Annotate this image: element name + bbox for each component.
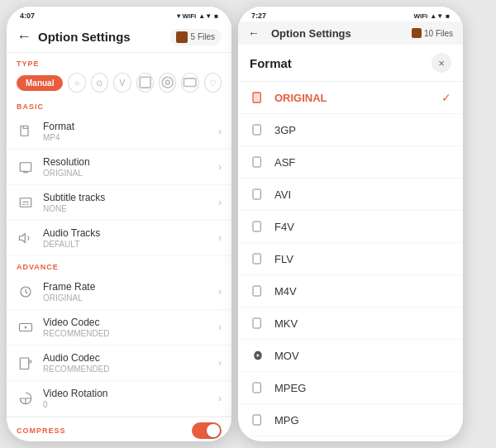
- format-icon-avi: [250, 186, 266, 203]
- audiocodec-name: Audio Codec: [43, 352, 218, 364]
- format-icon-asf: [250, 154, 266, 170]
- type-icon-6[interactable]: [181, 73, 198, 93]
- format-value: MP4: [43, 133, 218, 142]
- time-left: 4:07: [20, 12, 35, 20]
- type-btn-manual[interactable]: Manual: [17, 75, 63, 91]
- videocodec-icon: [17, 318, 35, 336]
- videocodec-value: RECOMMENDED: [43, 329, 218, 338]
- toggle-knob: [207, 424, 220, 437]
- format-icon-original: [250, 89, 266, 106]
- format-name-m4v: M4V: [274, 285, 451, 298]
- format-name-original: ORIGINAL: [274, 92, 441, 104]
- format-name-f4v: F4V: [274, 221, 451, 233]
- format-icon-flv: [250, 250, 266, 267]
- framerate-value: ORIGINAL: [43, 293, 218, 303]
- format-icon-f4v: [250, 218, 266, 235]
- svg-rect-17: [253, 286, 260, 296]
- type-icon-5[interactable]: [159, 73, 176, 93]
- format-icon: [17, 122, 35, 141]
- videocodec-chevron: ›: [218, 322, 222, 333]
- left-phone: 4:07 ▾ WiFi ▲▼ ■ ← Option Settings 5 Fil…: [7, 7, 231, 441]
- format-chevron: ›: [218, 126, 222, 137]
- format-item-mpg[interactable]: MPG: [238, 404, 463, 436]
- type-icon-4[interactable]: [136, 73, 154, 93]
- sub-header-title: Option Settings: [271, 27, 407, 40]
- format-item-mp4[interactable]: MP4: [238, 436, 463, 441]
- subtitle-icon: [17, 193, 35, 212]
- svg-rect-13: [253, 157, 260, 167]
- svg-rect-19: [253, 383, 260, 393]
- svg-rect-9: [20, 358, 29, 369]
- svg-rect-16: [253, 254, 260, 264]
- file-badge-icon-left: [176, 31, 188, 43]
- format-name-asf: ASF: [274, 156, 451, 169]
- resolution-icon: [17, 158, 35, 176]
- format-item-avi[interactable]: AVI: [238, 179, 463, 211]
- basic-label: BASIC: [7, 102, 231, 114]
- subtitle-value: NONE: [43, 204, 218, 213]
- svg-rect-4: [21, 126, 28, 136]
- format-name-mov: MOV: [274, 350, 451, 362]
- format-item-mkv[interactable]: MKV: [238, 307, 463, 340]
- format-icon-mpg: [250, 412, 266, 428]
- svg-rect-6: [20, 198, 31, 207]
- format-name-flv: FLV: [274, 253, 451, 265]
- svg-rect-10: [253, 93, 260, 102]
- svg-rect-5: [20, 163, 31, 172]
- svg-rect-20: [253, 415, 260, 425]
- format-dialog-header: Format ×: [238, 45, 463, 82]
- svg-rect-0: [140, 78, 150, 88]
- advance-label: ADVANCE: [7, 263, 231, 274]
- format-item-3gp[interactable]: 3GP: [238, 114, 463, 146]
- format-sub-header: ← Option Settings 10 Files: [238, 21, 463, 45]
- basic-section: BASIC Format MP4 › Resolution ORIGINAL: [7, 96, 231, 256]
- setting-audio[interactable]: Audio Tracks DEFAULT ›: [7, 221, 231, 256]
- format-item-m4v[interactable]: M4V: [238, 275, 463, 307]
- advance-section: ADVANCE Frame Rate ORIGINAL › Video Code…: [7, 256, 231, 417]
- setting-framerate[interactable]: Frame Rate ORIGINAL ›: [7, 274, 231, 310]
- type-section: TYPE Manual ○ ⊙ V ♡: [7, 53, 231, 96]
- status-bar-right: 7:27 WiFi ▲▼ ■: [238, 7, 463, 21]
- back-button-right[interactable]: ←: [248, 26, 260, 40]
- back-button-left[interactable]: ←: [17, 28, 31, 45]
- file-badge-icon-right: [412, 28, 422, 38]
- close-button[interactable]: ×: [432, 53, 451, 73]
- audiocodec-value: RECOMMENDED: [43, 365, 218, 374]
- svg-point-1: [162, 78, 173, 88]
- type-icon-3[interactable]: V: [113, 73, 131, 93]
- audio-value: DEFAULT: [43, 240, 218, 249]
- type-icon-1[interactable]: ○: [68, 73, 85, 93]
- setting-videocodec[interactable]: Video Codec RECOMMENDED ›: [7, 310, 231, 346]
- format-icon-m4v: [250, 283, 266, 299]
- setting-subtitle[interactable]: Subtitle tracks NONE ›: [7, 185, 231, 221]
- audio-chevron: ›: [218, 232, 222, 244]
- compress-toggle[interactable]: [192, 422, 222, 439]
- format-icon-mpeg: [250, 379, 266, 396]
- resolution-value: ORIGINAL: [43, 169, 218, 178]
- setting-format[interactable]: Format MP4 ›: [7, 114, 231, 150]
- format-item-mov[interactable]: MOV: [238, 340, 463, 372]
- audio-icon: [17, 229, 35, 247]
- format-item-asf[interactable]: ASF: [238, 146, 463, 179]
- app-header-left: ← Option Settings 5 Files: [7, 21, 231, 53]
- format-item-f4v[interactable]: F4V: [238, 211, 463, 243]
- format-item-mpeg[interactable]: MPEG: [238, 372, 463, 404]
- file-count-right: 10 Files: [424, 29, 453, 38]
- format-list: ORIGINAL ✓ 3GP ASF AVI F4V: [238, 82, 463, 441]
- setting-audiocodec[interactable]: Audio Codec RECOMMENDED ›: [7, 346, 231, 381]
- audiocodec-icon: [17, 354, 35, 372]
- file-badge-right: 10 Files: [412, 28, 453, 38]
- format-dialog-title: Format: [250, 56, 432, 70]
- audiocodec-chevron: ›: [218, 357, 222, 369]
- setting-rotation[interactable]: Video Rotation 0 ›: [7, 381, 231, 417]
- type-icon-2[interactable]: ⊙: [91, 73, 108, 93]
- resolution-chevron: ›: [218, 161, 222, 173]
- setting-resolution[interactable]: Resolution ORIGINAL ›: [7, 150, 231, 185]
- status-icons-right: WiFi ▲▼ ■: [414, 12, 451, 20]
- format-item-flv[interactable]: FLV: [238, 243, 463, 275]
- format-name: Format: [43, 121, 218, 132]
- format-name-avi: AVI: [274, 188, 451, 201]
- svg-rect-14: [253, 189, 260, 199]
- type-icon-heart[interactable]: ♡: [204, 73, 222, 93]
- format-item-original[interactable]: ORIGINAL ✓: [238, 82, 463, 114]
